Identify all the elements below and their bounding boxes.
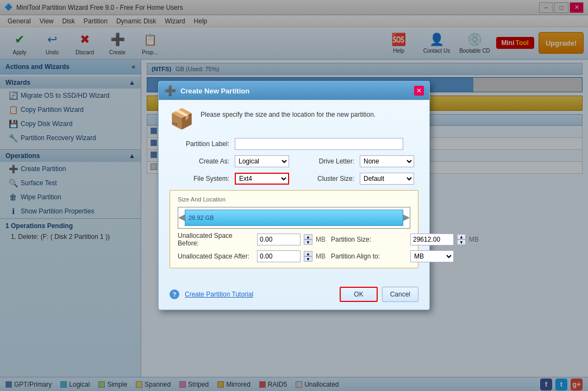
unalloc-before-unit: MB — [316, 236, 326, 243]
create-partition-modal: ➕ Create New Partition ✕ 📦 Please specif… — [158, 81, 430, 310]
spinner-down[interactable]: ▼ — [304, 239, 312, 245]
modal-description: Please specify the size and the location… — [201, 108, 376, 118]
unalloc-after-unit: MB — [316, 253, 326, 260]
modal-footer-buttons: OK Cancel — [340, 287, 418, 302]
size-location-section: Size And Location 28.92 GB Unallocated S… — [170, 190, 418, 268]
unalloc-after-input[interactable] — [257, 250, 301, 262]
modal-footer: ? Create Partition Tutorial OK Cancel — [159, 281, 429, 310]
modal-overlay: ➕ Create New Partition ✕ 📦 Please specif… — [0, 0, 588, 391]
partition-align-row: Partition Align to: MB KB Cylinder — [331, 250, 479, 262]
partition-label-label: Partition Label: — [170, 140, 229, 148]
partition-visual: 28.92 GB — [178, 207, 410, 229]
modal-close-button[interactable]: ✕ — [414, 86, 424, 96]
partition-label-input[interactable] — [235, 138, 403, 150]
unalloc-after-spinner[interactable]: ▲ ▼ — [304, 251, 312, 262]
create-as-label: Create As: — [170, 157, 229, 165]
cancel-button[interactable]: Cancel — [382, 287, 418, 302]
drive-letter-select[interactable]: None D: E: F: — [360, 155, 414, 167]
cluster-size-select[interactable]: Default 512 1024 2048 4096 — [360, 173, 414, 185]
modal-title: Create New Partition — [180, 87, 410, 95]
tutorial-help-icon[interactable]: ? — [170, 289, 179, 299]
cluster-size-label: Cluster Size: — [305, 175, 354, 182]
partition-size-display: 28.92 GB — [189, 215, 214, 221]
tutorial-link[interactable]: Create Partition Tutorial — [185, 291, 253, 298]
partition-align-label: Partition Align to: — [331, 253, 407, 260]
partition-arrow-right[interactable] — [403, 215, 410, 221]
drive-letter-label: Drive Letter: — [305, 157, 354, 165]
file-system-row: File System: Ext4 NTFS FAT32 Ext3 Ext2 L… — [170, 173, 418, 185]
partition-size-input[interactable] — [410, 234, 454, 245]
spinner-up[interactable]: ▲ — [304, 234, 312, 239]
modal-body: 📦 Please specify the size and the locati… — [159, 100, 429, 281]
create-as-select[interactable]: Logical Primary Extended — [235, 155, 289, 167]
spinner-up-2[interactable]: ▲ — [457, 234, 466, 239]
size-fields-grid: Unallocated Space Before: ▲ ▼ MB Partiti… — [178, 232, 410, 262]
create-as-row: Create As: Logical Primary Extended Driv… — [170, 155, 418, 167]
partition-align-select[interactable]: MB KB Cylinder — [410, 250, 454, 262]
spinner-down-2[interactable]: ▼ — [457, 239, 466, 245]
modal-titlebar: ➕ Create New Partition ✕ — [159, 81, 429, 100]
partition-size-spinner[interactable]: ▲ ▼ — [457, 234, 466, 245]
file-system-select[interactable]: Ext4 NTFS FAT32 Ext3 Ext2 Linux Swap — [235, 173, 289, 185]
modal-desc-icon: 📦 — [170, 108, 194, 130]
unalloc-before-spinner[interactable]: ▲ ▼ — [304, 234, 312, 245]
unalloc-before-label: Unallocated Space Before: — [178, 232, 254, 247]
partition-size-unit: MB — [469, 236, 479, 243]
size-location-title: Size And Location — [178, 196, 410, 203]
modal-description-row: 📦 Please specify the size and the locati… — [170, 108, 418, 130]
spinner-up-3[interactable]: ▲ — [304, 251, 312, 256]
partition-size-row: Partition Size: ▲ ▼ MB — [331, 232, 479, 247]
unalloc-before-row: Unallocated Space Before: ▲ ▼ MB — [178, 232, 326, 247]
partition-visual-bar: 28.92 GB — [185, 210, 403, 226]
spinner-down-3[interactable]: ▼ — [304, 256, 312, 262]
partition-size-label: Partition Size: — [331, 236, 407, 243]
file-system-label: File System: — [170, 175, 229, 182]
partition-label-row: Partition Label: — [170, 138, 418, 150]
partition-arrow-left[interactable] — [178, 215, 185, 221]
ok-button[interactable]: OK — [340, 287, 377, 302]
unalloc-after-row: Unallocated Space After: ▲ ▼ MB — [178, 250, 326, 262]
unalloc-before-input[interactable] — [257, 234, 301, 245]
modal-title-icon: ➕ — [164, 85, 176, 97]
unalloc-after-label: Unallocated Space After: — [178, 253, 254, 260]
